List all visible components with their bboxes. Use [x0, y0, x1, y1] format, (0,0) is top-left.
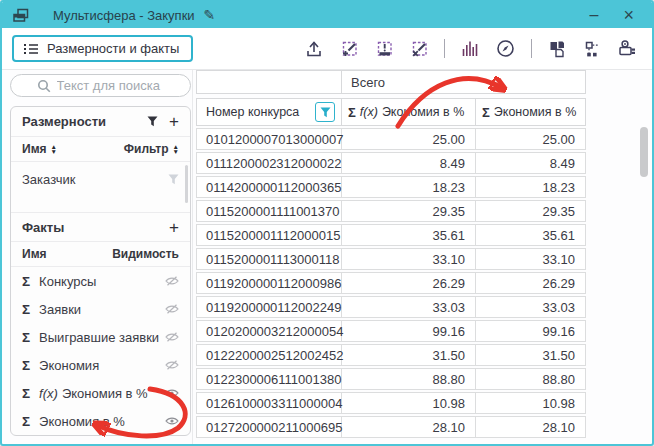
dimension-item[interactable]: Заказчик	[11, 162, 190, 196]
column-header-fx-economy[interactable]: Σ f(x) Экономия в %	[342, 99, 476, 125]
selection-edit-add-icon[interactable]	[339, 39, 359, 59]
cell-economy: 35.61	[476, 225, 585, 245]
visibility-toggle[interactable]	[165, 276, 179, 286]
bar-chart-icon[interactable]	[460, 39, 480, 59]
toolbar-icons	[304, 38, 652, 59]
sigma-icon: Σ	[22, 330, 30, 345]
close-button[interactable]: ×	[615, 6, 642, 24]
compass-icon[interactable]	[495, 38, 516, 59]
sort-icon: ▲▼	[173, 144, 179, 154]
visibility-toggle[interactable]	[165, 332, 179, 342]
search-input[interactable]	[57, 78, 165, 93]
column-filter-button[interactable]	[315, 102, 335, 122]
fact-item[interactable]: Σ Конкурсы	[11, 267, 190, 295]
column-label: Экономия в %	[382, 105, 464, 119]
table-row[interactable]: 0115200001113000118 33.10 33.10	[196, 248, 586, 270]
cell-fx-economy: 33.03	[342, 297, 476, 317]
table-row[interactable]: 0115200001111001370 29.35 29.35	[196, 200, 586, 222]
sidebar: Размерности + Имя ▲▼ Фильтр ▲▼	[10, 74, 191, 436]
cell-fx-economy: 18.23	[342, 177, 476, 197]
column-header-economy[interactable]: Σ Экономия в %	[476, 99, 585, 125]
table-row[interactable]: 0122200002512002452 31.50 31.50	[196, 344, 586, 366]
total-empty-cell	[197, 71, 342, 93]
column-label: Номер конкурса	[206, 105, 299, 119]
facts-visibility-column: Видимость	[112, 247, 179, 261]
filter-icon	[320, 107, 331, 118]
cell-contest-number: 0127200000211000695	[197, 417, 342, 437]
table-row[interactable]: 0119200000112002249 33.03 33.03	[196, 296, 586, 318]
fact-name: Экономия в %	[62, 386, 148, 401]
cell-fx-economy: 88.80	[342, 369, 476, 389]
fact-item[interactable]: Σ Заявки	[11, 295, 190, 323]
fact-name: Выигравшие заявки	[39, 330, 159, 345]
cell-fx-economy: 10.98	[342, 393, 476, 413]
table-body: 0101200007013000007 25.00 25.00 01112000…	[196, 128, 586, 438]
add-fact-icon[interactable]: +	[169, 219, 179, 236]
sigma-icon: Σ	[22, 414, 30, 429]
copy-sheets-icon[interactable]	[547, 39, 567, 59]
column-label: Экономия в %	[494, 105, 576, 119]
vertical-scrollbar[interactable]	[640, 127, 648, 177]
dimensions-name-column[interactable]: Имя ▲▼	[22, 142, 57, 156]
cell-contest-number: 0122200002512002452	[197, 345, 342, 365]
search-box	[10, 74, 191, 97]
table-row[interactable]: 0126100003311000004 10.98 10.98	[196, 392, 586, 414]
facts-title: Факты	[22, 220, 64, 235]
toolbar-separator	[531, 39, 532, 58]
cell-economy: 10.98	[476, 393, 585, 413]
facts-columns-header: Имя Видимость	[11, 242, 190, 267]
fact-name: Экономия	[39, 358, 99, 373]
table-row[interactable]: 0122300006111001380 88.80 88.80	[196, 368, 586, 390]
cell-fx-economy: 25.00	[342, 129, 476, 149]
cell-fx-economy: 26.29	[342, 273, 476, 293]
table-row[interactable]: 0101200007013000007 25.00 25.00	[196, 128, 586, 150]
cell-economy: 18.23	[476, 177, 585, 197]
fact-item[interactable]: Σ f(x) Экономия в %	[11, 379, 190, 407]
add-dimension-icon[interactable]: +	[169, 113, 179, 130]
sigma-icon: Σ	[348, 105, 356, 120]
table-row[interactable]: 0119200000112000986 26.29 26.29	[196, 272, 586, 294]
column-header-contest-number[interactable]: Номер конкурса	[197, 99, 342, 125]
cell-economy: 28.10	[476, 417, 585, 437]
projector-icon[interactable]	[617, 39, 638, 59]
eye-slash-icon	[165, 360, 179, 370]
fact-item[interactable]: Σ Выигравшие заявки	[11, 323, 190, 351]
eye-slash-icon	[165, 276, 179, 286]
table-row[interactable]: 0111200002312000022 8.49 8.49	[196, 152, 586, 174]
cell-contest-number: 0115200001113000118	[197, 249, 342, 269]
facts-section-header: Факты +	[11, 212, 190, 242]
table-row[interactable]: 0120200003212000054 99.16 99.16	[196, 320, 586, 342]
visibility-toggle[interactable]	[165, 388, 179, 398]
fact-name: Конкурсы	[39, 274, 96, 289]
sigma-icon: Σ	[22, 274, 30, 289]
facts-name-column: Имя	[22, 247, 47, 261]
hierarchy-icon[interactable]	[582, 39, 602, 59]
fact-item[interactable]: Σ Экономия в %	[11, 407, 190, 435]
visibility-toggle[interactable]	[165, 304, 179, 314]
list-icon	[23, 42, 39, 56]
cell-contest-number: 0115200001112000015	[197, 225, 342, 245]
fact-item[interactable]: Σ Экономия	[11, 351, 190, 379]
selection-edit-remove-icon[interactable]	[409, 39, 429, 59]
export-icon[interactable]	[304, 39, 324, 59]
table-row[interactable]: 0115200001112000015 35.61 35.61	[196, 224, 586, 246]
cell-fx-economy: 31.50	[342, 345, 476, 365]
cell-economy: 25.00	[476, 129, 585, 149]
sigma-icon: Σ	[22, 358, 30, 373]
filter-icon[interactable]	[147, 116, 158, 127]
filter-icon-muted[interactable]	[168, 174, 179, 185]
cell-contest-number: 0120200003212000054	[197, 321, 342, 341]
visibility-toggle[interactable]	[165, 416, 179, 426]
minimize-button[interactable]: –	[582, 7, 607, 23]
sidebar-scrollbar[interactable]	[185, 165, 188, 203]
table-row[interactable]: 0127200000211000695 28.10 28.10	[196, 416, 586, 438]
cell-economy: 8.49	[476, 153, 585, 173]
edit-title-icon[interactable]: ✎	[204, 7, 216, 23]
visibility-toggle[interactable]	[165, 360, 179, 370]
selection-alert-icon[interactable]	[374, 39, 394, 59]
table-row[interactable]: 0114200000112000365 18.23 18.23	[196, 176, 586, 198]
dimensions-facts-button[interactable]: Размерности и факты	[12, 35, 193, 62]
cell-contest-number: 0111200002312000022	[197, 153, 342, 173]
dimensions-filter-column[interactable]: Фильтр ▲▼	[124, 142, 179, 156]
facts-list: Σ Конкурсы Σ Заявки Σ	[11, 267, 190, 435]
